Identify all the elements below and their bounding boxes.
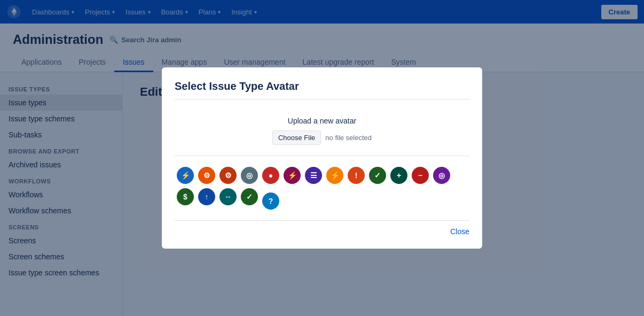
- file-input-row: Choose File no file selected: [175, 130, 469, 145]
- modal-overlay: Select Issue Type Avatar Upload a new av…: [0, 0, 644, 316]
- avatar-option[interactable]: $: [177, 188, 194, 205]
- avatar-option[interactable]: ◎: [241, 167, 258, 184]
- avatar-option[interactable]: ⚡: [326, 167, 343, 184]
- avatar-option[interactable]: ⚙: [219, 167, 237, 184]
- choose-file-button[interactable]: Choose File: [272, 130, 321, 145]
- avatar-option[interactable]: ◎: [433, 167, 450, 184]
- upload-section: Upload a new avatar Choose File no file …: [175, 108, 469, 156]
- upload-label: Upload a new avatar: [175, 117, 469, 125]
- no-file-text: no file selected: [325, 134, 372, 142]
- avatar-option[interactable]: ●: [262, 167, 279, 184]
- modal-title: Select Issue Type Avatar: [175, 80, 469, 99]
- avatar-option[interactable]: ⚡: [284, 167, 301, 184]
- avatar-option[interactable]: ✓: [241, 188, 258, 205]
- avatar-option[interactable]: ☰: [305, 167, 322, 184]
- avatar-option[interactable]: −: [412, 167, 429, 184]
- avatar-option[interactable]: ↑: [198, 188, 215, 205]
- close-modal-button[interactable]: Close: [450, 227, 469, 236]
- avatar-option[interactable]: !: [348, 167, 365, 184]
- avatar-modal: Select Issue Type Avatar Upload a new av…: [162, 67, 482, 249]
- avatar-option[interactable]: +: [390, 167, 407, 184]
- avatar-option[interactable]: ↔: [219, 188, 237, 205]
- avatar-option[interactable]: ⚙: [198, 167, 215, 184]
- avatar-option[interactable]: ?: [262, 192, 279, 210]
- modal-footer: Close: [175, 220, 469, 236]
- avatar-option[interactable]: ✓: [369, 167, 386, 184]
- avatar-grid: ⚡⚙⚙◎●⚡☰⚡!✓+−◎$↑↔✓?: [175, 167, 469, 210]
- avatar-option[interactable]: ⚡: [177, 167, 194, 184]
